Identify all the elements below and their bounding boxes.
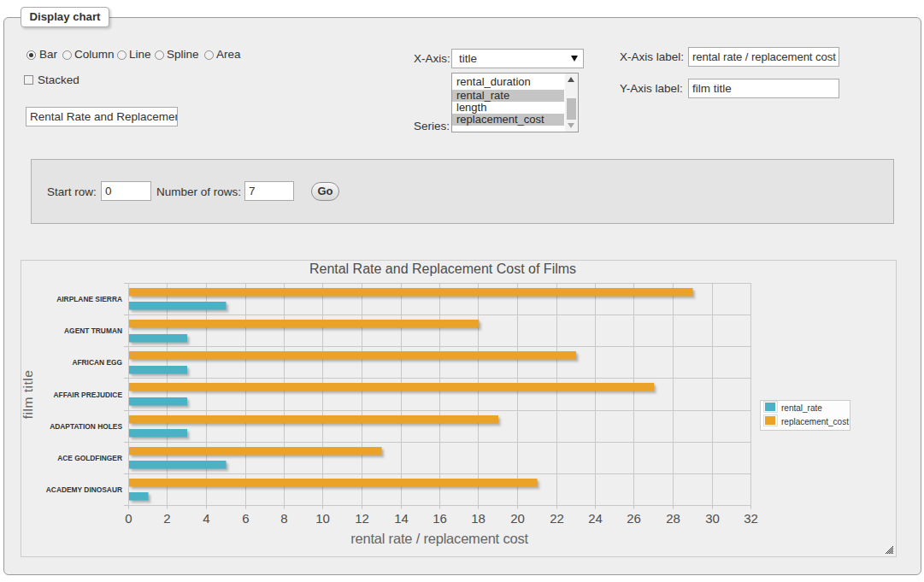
svg-text:14: 14	[394, 511, 409, 526]
svg-text:12: 12	[355, 511, 369, 526]
svg-text:Rental Rate and Replacement Co: Rental Rate and Replacement Cost of Film…	[309, 262, 576, 276]
svg-text:28: 28	[666, 511, 680, 526]
svg-text:AGENT TRUMAN: AGENT TRUMAN	[64, 326, 122, 335]
svg-text:film title: film title	[21, 370, 35, 420]
svg-text:18: 18	[471, 511, 486, 526]
svg-text:AIRPLANE SIERRA: AIRPLANE SIERRA	[56, 295, 122, 303]
svg-text:rental_rate: rental_rate	[781, 403, 822, 413]
svg-text:24: 24	[588, 511, 603, 526]
svg-text:2: 2	[163, 511, 170, 526]
svg-text:26: 26	[627, 511, 641, 526]
svg-text:32: 32	[744, 511, 758, 526]
svg-text:22: 22	[550, 511, 564, 526]
svg-text:4: 4	[203, 511, 209, 526]
svg-text:16: 16	[433, 511, 447, 526]
svg-text:replacement_cost: replacement_cost	[781, 417, 849, 426]
svg-text:AFFAIR PREJUDICE: AFFAIR PREJUDICE	[53, 391, 122, 399]
svg-text:rental rate / replacement cost: rental rate / replacement cost	[350, 531, 528, 546]
svg-text:8: 8	[280, 511, 287, 526]
svg-text:ACE GOLDFINGER: ACE GOLDFINGER	[57, 454, 122, 462]
svg-text:20: 20	[510, 511, 525, 526]
svg-text:ACADEMY DINOSAUR: ACADEMY DINOSAUR	[46, 485, 122, 494]
svg-text:ADAPTATION HOLES: ADAPTATION HOLES	[50, 422, 122, 431]
svg-text:AFRICAN EGG: AFRICAN EGG	[72, 358, 122, 367]
svg-text:6: 6	[242, 511, 249, 526]
svg-text:10: 10	[315, 511, 330, 526]
svg-text:30: 30	[705, 511, 720, 526]
svg-text:0: 0	[125, 511, 132, 526]
